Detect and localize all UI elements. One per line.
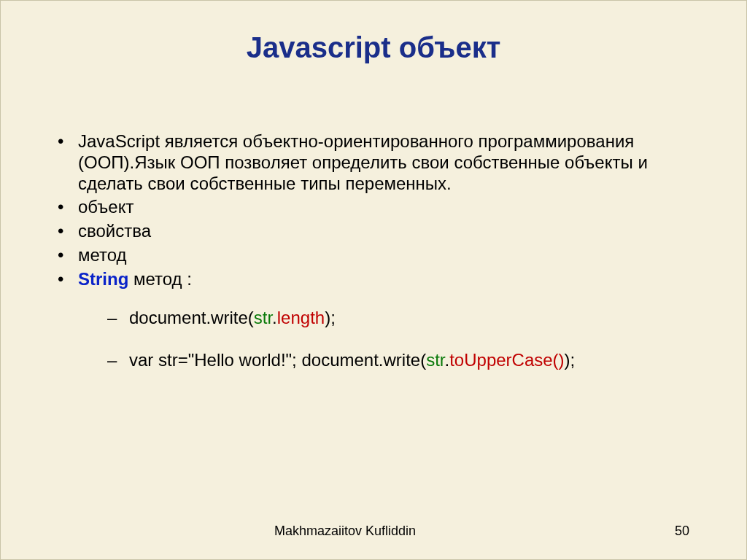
bullet-item: JavaScript является объектно-ориентирова… (53, 131, 694, 194)
code-fn: toUpperCase() (449, 350, 564, 370)
bullet-item: свойства (53, 221, 694, 242)
code-prop: length (277, 308, 325, 327)
slide-content: JavaScript является объектно-ориентирова… (1, 64, 746, 371)
code-text: var str="Hello world!"; document.write( (129, 350, 426, 370)
bullet-list: JavaScript является объектно-ориентирова… (53, 131, 694, 371)
code-text: . (272, 308, 277, 327)
bullet-item: String метод : document.write(str.length… (53, 269, 694, 371)
sub-list: document.write(str.length); var str="Hel… (78, 308, 694, 372)
code-line: document.write(str.length); (78, 308, 694, 329)
slide-footer: Makhmazaiitov Kufliddin 50 (1, 524, 746, 539)
code-str: str (254, 308, 272, 327)
code-text: document.write( (129, 308, 254, 327)
bullet-item: метод (53, 245, 694, 266)
bullet-text: метод : (128, 269, 192, 289)
code-text: ); (325, 308, 336, 327)
bullet-item: объект (53, 197, 694, 218)
code-line: var str="Hello world!"; document.write(s… (78, 350, 694, 371)
string-keyword: String (78, 269, 128, 289)
footer-author: Makhmazaiitov Kufliddin (274, 524, 416, 539)
code-str: str (426, 350, 444, 370)
slide-title: Javascript объект (1, 1, 746, 64)
code-text: ); (565, 350, 576, 370)
footer-page-number: 50 (675, 524, 689, 539)
